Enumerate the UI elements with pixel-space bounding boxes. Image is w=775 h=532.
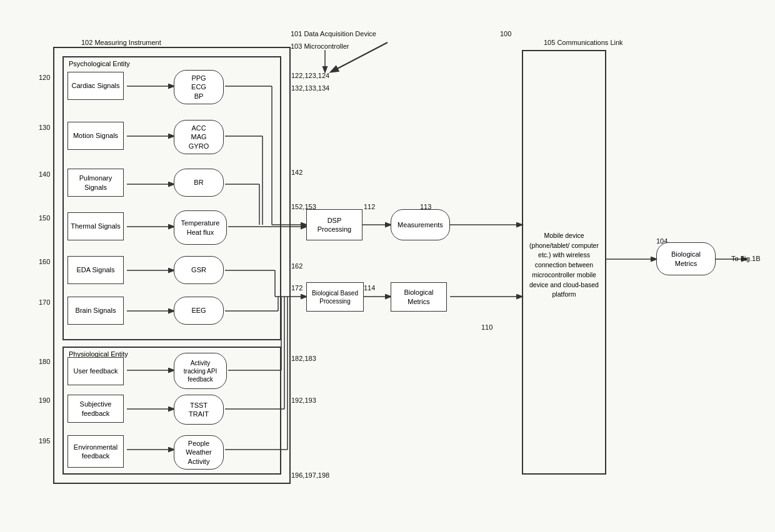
ref-112: 112 bbox=[364, 203, 375, 210]
gsr-box: GSR bbox=[174, 256, 224, 284]
to-fig-label: To Fig.1B bbox=[731, 255, 760, 262]
ref-180: 180 bbox=[39, 358, 50, 365]
user-feedback-box: User feedback bbox=[68, 357, 124, 385]
activity-tracking-box: Activity tracking API feedback bbox=[174, 353, 227, 389]
ref-150: 150 bbox=[39, 214, 50, 222]
ref-100: 100 bbox=[500, 30, 511, 37]
biological-based-box: Biological Based Processing bbox=[306, 282, 364, 312]
acc-mag-gyro-box: ACC MAG GYRO bbox=[174, 120, 224, 154]
subjective-feedback-box: Subjective feedback bbox=[68, 395, 124, 423]
pulmonary-signals-box: Pulmonary Signals bbox=[68, 169, 124, 197]
ref-190: 190 bbox=[39, 397, 50, 404]
ref-140: 140 bbox=[39, 170, 50, 178]
ref-142: 142 bbox=[291, 169, 302, 176]
people-weather-box: People Weather Activity bbox=[174, 435, 224, 470]
ref-110: 110 bbox=[481, 323, 492, 331]
ref-114: 114 bbox=[364, 284, 375, 292]
br-box: BR bbox=[174, 169, 224, 197]
psych-entity-label: Psychological Entity bbox=[69, 60, 130, 67]
thermal-signals-box: Thermal Signals bbox=[68, 212, 124, 240]
diagram: 120 130 140 150 160 170 180 190 195 102 … bbox=[0, 0, 775, 532]
ref-120: 120 bbox=[39, 74, 50, 81]
brain-signals-box: Brain Signals bbox=[68, 297, 124, 325]
temp-heat-box: Temperature Heat flux bbox=[174, 210, 227, 245]
dsp-processing-box: DSP Processing bbox=[306, 209, 362, 240]
cardiac-signals-box: Cardiac Signals bbox=[68, 72, 124, 100]
ref-132: 132,133,134 bbox=[291, 84, 329, 92]
biological-metrics-box: Biological Metrics bbox=[391, 282, 447, 312]
ref-192: 192,193 bbox=[291, 397, 316, 404]
eda-signals-box: EDA Signals bbox=[68, 256, 124, 284]
ref-122: 122,123,124 bbox=[291, 72, 329, 79]
ref-162: 162 bbox=[291, 262, 302, 270]
ref-195: 195 bbox=[39, 437, 50, 445]
measuring-instrument-label: 102 Measuring Instrument bbox=[81, 39, 161, 46]
ref-170: 170 bbox=[39, 298, 50, 306]
comms-link-label: 105 Communications Link bbox=[544, 39, 623, 46]
ppg-ecg-bp-box: PPG ECG BP bbox=[174, 70, 224, 104]
ref-196: 196,197,198 bbox=[291, 471, 329, 479]
tsst-trait-box: TSST TRAIT bbox=[174, 395, 224, 425]
measurements-box: Measurements bbox=[391, 209, 450, 240]
environmental-feedback-box: Environmental feedback bbox=[68, 435, 124, 468]
ref-160: 160 bbox=[39, 258, 50, 265]
motion-signals-box: Motion Signals bbox=[68, 122, 124, 150]
ref-182: 182,183 bbox=[291, 355, 316, 362]
ref-172: 172 bbox=[291, 284, 302, 292]
data-acquisition-label: 101 Data Acquisition Device bbox=[291, 30, 376, 37]
ref-130: 130 bbox=[39, 124, 50, 131]
mobile-device-text: Mobile device (phone/tablet/ computer et… bbox=[525, 194, 603, 337]
microcontroller-label: 103 Microcontroller bbox=[291, 42, 349, 50]
biological-metrics-end-box: Biological Metrics bbox=[656, 242, 716, 275]
eeg-box: EEG bbox=[174, 297, 224, 325]
